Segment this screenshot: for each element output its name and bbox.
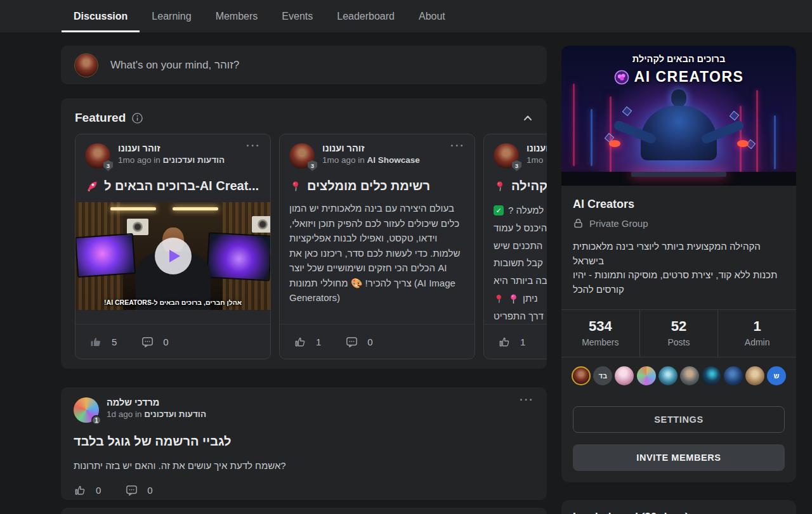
author-avatar[interactable]: 3 [494,143,519,169]
author-name[interactable]: זוהר וענונו [118,143,225,153]
post-menu-icon[interactable]: ··· [246,143,261,148]
level-badge: 3 [308,160,317,171]
post-title[interactable]: לגביי הרשמה של גוגל בלבד [74,434,534,449]
author-name[interactable]: מרדכי שלמה [107,397,206,408]
post-menu-icon[interactable]: ··· [450,143,465,148]
post-category[interactable]: הודעות ועדכונים [144,409,206,419]
like-button[interactable] [498,335,511,349]
post-body-line: התכנים שיש [494,240,547,252]
tab-leaderboard[interactable]: Leaderboard [325,0,407,32]
like-button[interactable] [294,335,307,349]
featured-card-community[interactable]: 3 זוהר וענונו 1mo קהילה [483,134,547,359]
chevron-up-icon[interactable] [523,113,533,122]
author-name[interactable]: זוהר וענונו [527,143,547,153]
right-monitor [206,232,271,281]
level-badge: 3 [512,160,521,171]
settings-button[interactable]: SETTINGS [573,406,785,433]
like-count: 5 [112,337,117,347]
post-meta: 1mo ago in AI Showcase [322,155,420,165]
featured-cards-row: 3 זוהר וענונו 1mo ago in הודעות ועדכונים… [61,134,547,359]
post-title[interactable]: ברוכים הבאים ל-AI Creat... [85,179,261,193]
post-category[interactable]: AI Showcase [367,155,420,165]
post-body-line: דרך התפריט [494,311,547,323]
post-body-line: ✓ ? למעלה [494,205,547,217]
featured-title: Featured [75,111,126,125]
featured-card-welcome[interactable]: 3 זוהר וענונו 1mo ago in הודעות ועדכונים… [75,134,271,359]
level-badge: 3 [103,160,113,171]
leaderboard-title: Leaderboard (30-days) [573,511,785,514]
comment-button[interactable] [141,335,154,349]
round-pin-emoji-icon [509,293,518,304]
post-body-line: קבל תשובות [494,257,547,269]
post-body-line: היכנס ל עמוד [494,222,547,235]
member-avatar[interactable] [745,366,764,385]
video-thumbnail[interactable]: אהלן חברים, ברוכים הבאים ל-AI CREATORS! [75,202,271,310]
post-meta: 1d ago in הודעות ועדכונים [107,409,206,419]
top-nav: Discussion Learning Members Events Leade… [0,0,812,32]
post-body: בעולם היצירה עם בינה מלאכותית יש המון כל… [289,201,465,305]
next-post-partial [61,508,547,514]
tab-discussion[interactable]: Discussion [62,0,140,32]
group-name: AI Creators [573,198,785,211]
pushpin-emoji-icon [289,180,302,193]
stat-members[interactable]: 534 Members [561,310,639,357]
member-avatar[interactable] [658,366,678,385]
member-avatar[interactable] [724,366,743,385]
comment-button[interactable] [125,484,138,497]
stat-admins[interactable]: 1 Admin [717,310,796,357]
post-title[interactable]: קהילה [494,179,547,193]
member-avatar[interactable] [615,366,634,385]
group-privacy-label: Private Group [589,218,648,229]
member-avatar[interactable] [637,366,656,385]
play-icon [169,250,180,262]
sidebar: ברוכים הבאים לקהילת AI CREATORS AI Creat… [561,46,796,514]
member-avatar[interactable]: ש [767,366,786,385]
member-avatar[interactable]: בד [593,366,612,385]
feed-post[interactable]: 1 מרדכי שלמה 1d ago in הודעות ועדכונים ·… [61,387,547,500]
like-button[interactable] [74,484,87,497]
tab-members[interactable]: Members [204,0,270,32]
like-button[interactable] [89,335,103,349]
invite-members-button[interactable]: INVITE MEMBERS [573,444,785,471]
comment-count: 0 [163,337,168,347]
post-composer[interactable]: What's on your mind, זוהר? [61,46,547,84]
group-banner-image[interactable]: ברוכים הבאים לקהילת AI CREATORS [561,46,796,186]
post-meta: 1mo ago in הודעות ועדכונים [118,155,225,165]
post-body: אשמח לדעת איך עושים את זה. והאם יש בזה י… [74,458,534,473]
post-meta: 1mo [527,155,547,165]
author-avatar[interactable]: 1 [74,397,99,423]
featured-card-tools[interactable]: 3 זוהר וענונו 1mo ago in AI Showcase ···… [279,134,475,359]
main-column: What's on your mind, זוהר? Featured 3 [61,46,547,514]
banner-logo: AI CREATORS [561,68,796,86]
stat-posts[interactable]: 52 Posts [639,310,718,357]
current-user-avatar[interactable] [74,53,98,77]
comment-count: 0 [147,485,152,496]
leaderboard-card: Leaderboard (30-days) [561,500,796,514]
comment-button[interactable] [345,335,358,349]
post-menu-icon[interactable]: ··· [520,397,534,402]
tab-events[interactable]: Events [270,0,325,32]
author-avatar[interactable]: 3 [289,143,315,169]
lock-icon [573,218,584,229]
author-name[interactable]: זוהר וענונו [322,143,420,153]
comment-count: 0 [367,337,372,347]
member-avatar[interactable] [702,366,721,385]
pushpin-emoji-icon [494,180,506,193]
post-title[interactable]: רשימת כלים מומלצים [289,179,465,193]
group-stats: 534 Members 52 Posts 1 Admin [561,310,796,357]
info-icon[interactable] [132,113,143,124]
author-avatar[interactable]: 3 [85,143,110,169]
left-monitor [75,233,136,278]
tab-about[interactable]: About [407,0,457,32]
play-button[interactable] [155,238,192,274]
banner-figure [609,94,749,170]
composer-prompt[interactable]: What's on your mind, זוהר? [110,59,239,72]
post-category[interactable]: הודעות ועדכונים [163,155,225,165]
brain-logo-icon [614,70,629,85]
member-avatar[interactable] [680,366,699,385]
member-avatar[interactable] [572,366,591,385]
level-badge: 1 [91,415,102,425]
tab-learning[interactable]: Learning [140,0,203,32]
banner-brand-text: AI CREATORS [634,68,744,86]
group-info-card: ברוכים הבאים לקהילת AI CREATORS AI Creat… [561,46,796,482]
